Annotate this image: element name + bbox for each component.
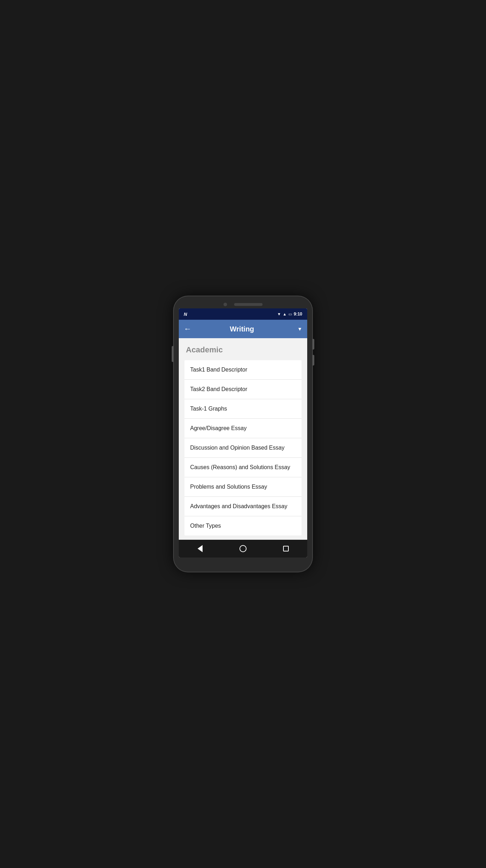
speaker: [234, 303, 263, 306]
list-container: Task1 Band Descriptor Task2 Band Descrip…: [184, 360, 302, 535]
phone-top: [179, 303, 307, 306]
nav-recents-button[interactable]: [279, 543, 293, 554]
status-bar: N ▼ ▲ ▭ 9:10: [179, 308, 307, 320]
list-item-discussion-opinion[interactable]: Discussion and Opinion Based Essay: [184, 438, 302, 458]
dropdown-button[interactable]: ▼: [297, 326, 302, 332]
app-notification-icon: N: [184, 312, 187, 317]
power-button[interactable]: [172, 346, 173, 362]
list-item-agree-disagree[interactable]: Agree/Disagree Essay: [184, 419, 302, 438]
nav-back-button[interactable]: [193, 543, 207, 554]
home-circle-icon: [239, 545, 247, 552]
phone-shell: N ▼ ▲ ▭ 9:10 ← Writing ▼ Academic Task1 …: [174, 296, 312, 572]
status-right: ▼ ▲ ▭ 9:10: [277, 312, 302, 317]
volume-down-button[interactable]: [313, 355, 314, 366]
phone-bottom: [179, 560, 307, 565]
battery-icon: ▭: [288, 312, 292, 317]
signal-icon: ▲: [283, 312, 287, 316]
list-item-task1-band[interactable]: Task1 Band Descriptor: [184, 360, 302, 380]
list-item-causes-solutions[interactable]: Causes (Reasons) and Solutions Essay: [184, 458, 302, 477]
nav-home-button[interactable]: [236, 543, 250, 554]
recents-square-icon: [283, 546, 289, 551]
phone-screen: N ▼ ▲ ▭ 9:10 ← Writing ▼ Academic Task1 …: [179, 308, 307, 557]
list-item-problems-solutions[interactable]: Problems and Solutions Essay: [184, 477, 302, 497]
section-header: Academic: [184, 345, 302, 355]
list-item-advantages-disadvantages[interactable]: Advantages and Disadvantages Essay: [184, 497, 302, 516]
list-item-task1-graphs[interactable]: Task-1 Graphs: [184, 399, 302, 419]
app-title: Writing: [197, 325, 287, 333]
list-item-other-types[interactable]: Other Types: [184, 516, 302, 535]
time-display: 9:10: [294, 312, 302, 317]
back-button[interactable]: ←: [184, 325, 192, 333]
volume-up-button[interactable]: [313, 339, 314, 350]
nav-bar: [179, 540, 307, 557]
back-triangle-icon: [198, 545, 203, 552]
status-left: N: [184, 312, 187, 317]
wifi-icon: ▼: [277, 312, 281, 316]
list-item-task2-band[interactable]: Task2 Band Descriptor: [184, 380, 302, 399]
camera: [223, 303, 227, 306]
content-area: Academic Task1 Band Descriptor Task2 Ban…: [179, 338, 307, 540]
app-bar: ← Writing ▼: [179, 320, 307, 338]
